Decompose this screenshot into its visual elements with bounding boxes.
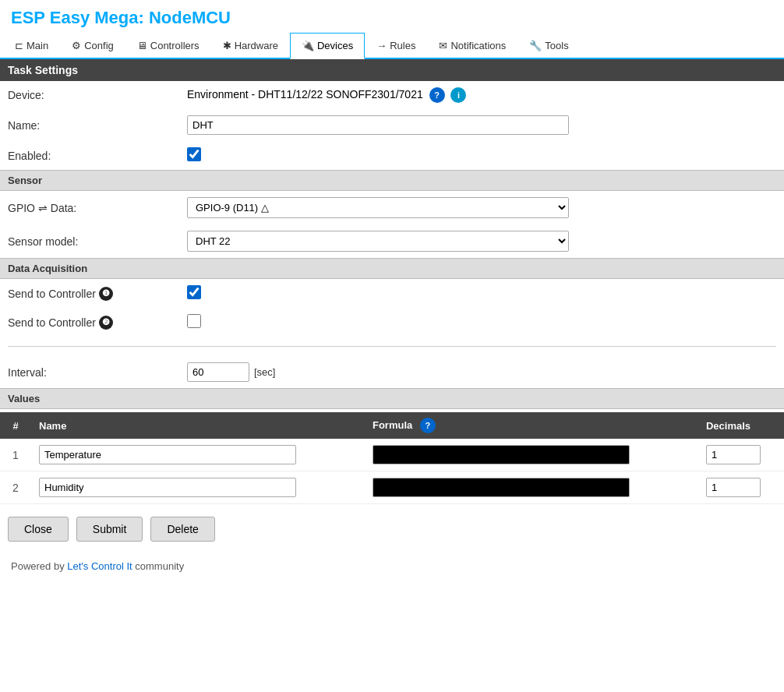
row2-name-input[interactable]	[39, 478, 296, 497]
hardware-icon: ✱	[223, 40, 231, 51]
formula-help-icon[interactable]: ?	[420, 418, 436, 433]
enabled-row: Enabled:	[0, 141, 784, 170]
nav-devices[interactable]: 🔌Devices	[290, 33, 365, 59]
row1-num: 1	[0, 439, 31, 471]
table-row: 1	[0, 439, 784, 471]
main-nav: ⊏Main ⚙Config 🖥Controllers ✱Hardware 🔌De…	[0, 33, 784, 59]
enabled-label: Enabled:	[0, 141, 179, 170]
interval-input[interactable]	[187, 362, 249, 382]
controller1-checkbox[interactable]	[187, 285, 201, 299]
values-header-row: # Name Formula ? Decimals	[0, 412, 784, 439]
task-settings-table: Device: Environment - DHT11/12/22 SONOFF…	[0, 81, 784, 170]
interval-label: Interval:	[0, 356, 179, 388]
col-name: Name	[31, 412, 365, 439]
button-row: Close Submit Delete	[0, 504, 784, 554]
device-value: Environment - DHT11/12/22 SONOFF2301/702…	[187, 88, 423, 101]
config-icon: ⚙	[72, 40, 81, 51]
interval-group: [sec]	[187, 362, 776, 382]
divider-row	[0, 337, 784, 356]
submit-button[interactable]: Submit	[76, 517, 143, 542]
device-label: Device:	[0, 81, 179, 109]
interval-unit: [sec]	[254, 366, 275, 378]
row2-decimals-input[interactable]	[706, 478, 761, 497]
controller1-label-group: Send to Controller ❶	[8, 287, 171, 301]
values-header: Values	[0, 388, 784, 409]
row1-decimals-input[interactable]	[706, 445, 761, 464]
nav-hardware[interactable]: ✱Hardware	[211, 33, 290, 58]
enabled-checkbox[interactable]	[187, 147, 201, 161]
delete-button[interactable]: Delete	[150, 517, 214, 542]
sensor-header: Sensor	[0, 170, 784, 191]
interval-row: Interval: [sec]	[0, 356, 784, 388]
footer-text-after: community	[132, 560, 184, 572]
nav-rules[interactable]: →Rules	[365, 33, 427, 58]
gpio-row: GPIO ⇌ Data: GPIO-9 (D11) △	[0, 191, 784, 224]
footer: Powered by Let's Control It community	[0, 554, 784, 583]
footer-text-before: Powered by	[11, 560, 67, 572]
data-acquisition-header: Data Acquisition	[0, 258, 784, 279]
nav-controllers[interactable]: 🖥Controllers	[125, 33, 211, 58]
row1-formula-input[interactable]	[373, 445, 630, 464]
table-row: 2	[0, 471, 784, 504]
nav-tools[interactable]: 🔧Tools	[517, 33, 580, 58]
controller2-row: Send to Controller ❷	[0, 308, 784, 337]
controller2-label: Send to Controller	[8, 316, 96, 329]
device-row: Device: Environment - DHT11/12/22 SONOFF…	[0, 81, 784, 109]
tools-icon: 🔧	[529, 40, 542, 51]
data-acquisition-table: Send to Controller ❶ Send to Controller …	[0, 279, 784, 388]
nav-main[interactable]: ⊏Main	[3, 33, 60, 58]
controller1-row: Send to Controller ❶	[0, 279, 784, 308]
col-formula: Formula ?	[365, 412, 698, 439]
main-icon: ⊏	[15, 40, 23, 51]
name-row: Name:	[0, 109, 784, 141]
controller1-label: Send to Controller	[8, 288, 96, 300]
col-num: #	[0, 412, 31, 439]
task-settings-header: Task Settings	[0, 59, 784, 81]
controller2-label-group: Send to Controller ❷	[8, 316, 171, 330]
row1-name-input[interactable]	[39, 445, 296, 464]
nav-notifications[interactable]: ✉Notifications	[427, 33, 517, 58]
gpio-label: GPIO ⇌ Data:	[0, 191, 179, 224]
values-table: # Name Formula ? Decimals 1 2	[0, 412, 784, 504]
page-title: ESP Easy Mega: NodeMCU	[0, 0, 784, 33]
model-row: Sensor model: DHT 11 DHT 22 DHT 12 SONOF…	[0, 224, 784, 258]
notifications-icon: ✉	[439, 40, 447, 51]
nav-config[interactable]: ⚙Config	[60, 33, 125, 58]
name-label: Name:	[0, 109, 179, 141]
row2-num: 2	[0, 471, 31, 504]
controller2-checkbox[interactable]	[187, 314, 201, 328]
devices-icon: 🔌	[302, 40, 314, 51]
footer-link[interactable]: Let's Control It	[67, 560, 132, 572]
gpio-select[interactable]: GPIO-9 (D11) △	[187, 197, 569, 218]
col-decimals: Decimals	[698, 412, 784, 439]
row2-formula-input[interactable]	[373, 478, 630, 497]
name-input[interactable]	[187, 115, 569, 135]
device-help-icon[interactable]: ?	[429, 87, 445, 103]
device-info-icon[interactable]: i	[450, 87, 466, 103]
sensor-table: GPIO ⇌ Data: GPIO-9 (D11) △ Sensor model…	[0, 191, 784, 258]
rules-icon: →	[376, 40, 387, 51]
model-select[interactable]: DHT 11 DHT 22 DHT 12 SONOFF2301 SONOFF70…	[187, 231, 569, 252]
controller1-badge: ❶	[99, 287, 113, 301]
close-button[interactable]: Close	[8, 517, 69, 542]
controllers-icon: 🖥	[137, 40, 147, 51]
model-label: Sensor model:	[0, 224, 179, 258]
controller2-badge: ❷	[99, 316, 113, 330]
